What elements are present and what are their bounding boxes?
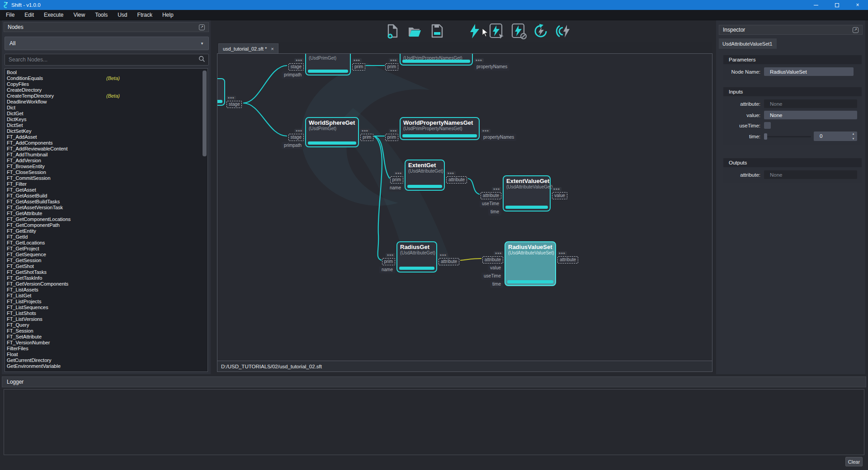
menu-ftrack[interactable]: Ftrack [132, 10, 157, 20]
popout-icon[interactable]: ↗ [199, 24, 205, 30]
wire[interactable] [374, 136, 382, 260]
node-type-FT_GetAttribute[interactable]: FT_GetAttribute [5, 211, 208, 216]
node-type-FT_BrowseEntity[interactable]: FT_BrowseEntity [5, 164, 208, 169]
graph-node-RadiusValueSet[interactable]: RadiusValueSet(UsdAttributeValueSet)»»»a… [505, 241, 556, 286]
popout-icon[interactable]: ↗ [853, 27, 859, 33]
graph-node-ExtentGet[interactable]: ExtentGet(UsdAttributeGet)»»»primname»»»… [405, 160, 445, 191]
node-type-FT_GetShotTasks[interactable]: FT_GetShotTasks [5, 269, 208, 275]
execute-stop-icon[interactable] [511, 23, 527, 40]
graph-node-ExtentValueGet[interactable]: ExtentValueGet(UsdAttributeValueGet)»»»a… [503, 175, 551, 212]
graph-node-stage-source[interactable]: 1»»»stage [217, 78, 225, 106]
spin-down-icon[interactable]: ▼ [849, 136, 857, 141]
node-type-CreateTempDirectory[interactable]: CreateTempDirectory(Beta) [5, 93, 208, 99]
node-type-FT_CommitSession[interactable]: FT_CommitSession [5, 175, 208, 181]
node-type-Float[interactable]: Float [5, 352, 208, 357]
value-input-field[interactable] [764, 111, 857, 119]
graph-node-WorldPropertyNamesGet[interactable]: WorldPropertyNamesGet(UsdPrimPropertyNam… [400, 117, 480, 140]
time-spinbox[interactable]: 0 ▲ ▼ [814, 132, 857, 141]
node-type-FT_GetComponentLocations[interactable]: FT_GetComponentLocations [5, 216, 208, 222]
menu-file[interactable]: File [1, 10, 19, 20]
minimize-button[interactable] [806, 0, 826, 10]
node-type-FT_ListSequences[interactable]: FT_ListSequences [5, 305, 208, 310]
node-type-FilterFiles[interactable]: FilterFiles [5, 346, 208, 352]
port-prim[interactable]: prim [360, 134, 373, 141]
node-type-CreateDirectory[interactable]: CreateDirectory [5, 87, 208, 93]
close-button[interactable]: × [847, 0, 868, 10]
node-type-DictGet[interactable]: DictGet [5, 111, 208, 117]
port-value[interactable]: value [488, 264, 503, 272]
node-type-FT_Query[interactable]: FT_Query [5, 322, 208, 328]
node-type-CopyFiles[interactable]: CopyFiles [5, 81, 208, 87]
node-type-ConditionEquals[interactable]: ConditionEquals(Beta) [5, 75, 208, 81]
menu-tools[interactable]: Tools [90, 10, 113, 20]
port-stage[interactable]: stage [288, 63, 304, 70]
port-prim[interactable]: prim [390, 176, 403, 183]
node-type-FT_AddReviewableContent[interactable]: FT_AddReviewableContent [5, 146, 208, 152]
node-type-GetEnvironmentVariable[interactable]: GetEnvironmentVariable [5, 363, 208, 369]
node-type-FT_AddVersion[interactable]: FT_AddVersion [5, 158, 208, 164]
node-type-FT_Filter[interactable]: FT_Filter [5, 181, 208, 187]
port-propertyNames[interactable]: propertyNames [481, 134, 516, 141]
node-type-DeadlineWorkflow[interactable]: DeadlineWorkflow [5, 99, 208, 105]
node-type-FT_AddAsset[interactable]: FT_AddAsset [5, 134, 208, 140]
port-useTime[interactable]: useTime [481, 273, 503, 280]
time-slider-handle[interactable] [764, 133, 767, 140]
node-type-FT_GetEntity[interactable]: FT_GetEntity [5, 228, 208, 234]
port-name[interactable]: name [379, 266, 395, 273]
port-stage[interactable]: stage [226, 101, 242, 108]
wire[interactable] [460, 258, 481, 260]
port-attribute[interactable]: attribute [557, 256, 578, 263]
port-attribute[interactable]: attribute [439, 258, 459, 265]
port-prim[interactable]: prim [352, 63, 365, 70]
tab-close-icon[interactable]: × [271, 46, 274, 52]
node-type-FT_GetLocations[interactable]: FT_GetLocations [5, 240, 208, 246]
node-search-input[interactable] [5, 56, 198, 63]
execute-graph-icon[interactable] [467, 23, 483, 40]
node-type-FT_GetProject[interactable]: FT_GetProject [5, 246, 208, 252]
node-type-FT_ListProjects[interactable]: FT_ListProjects [5, 299, 208, 305]
port-stage[interactable]: stage [288, 134, 304, 141]
port-prim[interactable]: prim [385, 134, 398, 141]
graph-node-RadiusGet[interactable]: RadiusGet(UsdAttributeGet)»»»primname»»»… [396, 241, 437, 273]
port-attribute[interactable]: attribute [446, 176, 467, 183]
node-type-FT_GetSequence[interactable]: FT_GetSequence [5, 252, 208, 258]
menu-help[interactable]: Help [157, 10, 179, 20]
node-type-FT_GetId[interactable]: FT_GetId [5, 234, 208, 240]
graph-node-top-propertynames-get[interactable]: (UsdPrimPropertyNamesGet)»»»prim»»»prope… [400, 53, 473, 66]
port-attribute[interactable]: attribute [481, 192, 501, 199]
node-type-FT_GetSession[interactable]: FT_GetSession [5, 258, 208, 263]
node-type-FT_VersionNumber[interactable]: FT_VersionNumber [5, 340, 208, 346]
node-type-FT_ListGet[interactable]: FT_ListGet [5, 293, 208, 299]
usetime-checkbox[interactable] [764, 122, 771, 129]
execute-live-icon[interactable] [555, 23, 571, 40]
node-type-FT_AddComponents[interactable]: FT_AddComponents [5, 140, 208, 146]
menu-view[interactable]: View [68, 10, 90, 20]
execute-refresh-icon[interactable] [533, 23, 549, 40]
node-type-Dict[interactable]: Dict [5, 105, 208, 111]
port-prim[interactable]: prim [385, 63, 398, 70]
save-graph-icon[interactable] [429, 23, 445, 40]
node-type-FT_GetAssetBuild[interactable]: FT_GetAssetBuild [5, 193, 208, 199]
node-type-FT_GetTaskInfo[interactable]: FT_GetTaskInfo [5, 275, 208, 281]
logger-clear-button[interactable]: Clear [845, 457, 863, 466]
node-type-FT_ListShots[interactable]: FT_ListShots [5, 310, 208, 316]
wire[interactable] [468, 179, 480, 194]
node-type-FT_CloseSession[interactable]: FT_CloseSession [5, 169, 208, 175]
graph-node-top-prim-get[interactable]: (UsdPrimGet)»»»stageprimpath»»»prim [305, 53, 351, 75]
node-type-FT_GetAssetVersionTask[interactable]: FT_GetAssetVersionTask [5, 205, 208, 211]
port-time[interactable]: time [490, 281, 503, 288]
menu-execute[interactable]: Execute [39, 10, 68, 20]
new-graph-icon[interactable] [384, 23, 401, 40]
wire[interactable] [243, 103, 287, 136]
port-name[interactable]: name [387, 184, 403, 192]
node-type-FT_ListAssets[interactable]: FT_ListAssets [5, 287, 208, 293]
node-name-input[interactable] [764, 67, 854, 76]
node-type-GetCurrentDirectory[interactable]: GetCurrentDirectory [5, 357, 208, 363]
node-type-FT_AddThumbnail[interactable]: FT_AddThumbnail [5, 152, 208, 158]
spin-up-icon[interactable]: ▲ [849, 132, 857, 136]
execute-selected-icon[interactable] [489, 23, 505, 40]
node-type-FT_GetVersionComponents[interactable]: FT_GetVersionComponents [5, 281, 208, 287]
port-prim[interactable]: prim [382, 258, 395, 265]
port-attribute[interactable]: attribute [482, 256, 503, 263]
tab-usd-tutorial-02[interactable]: usd_tutorial_02.sft * × [218, 43, 278, 53]
